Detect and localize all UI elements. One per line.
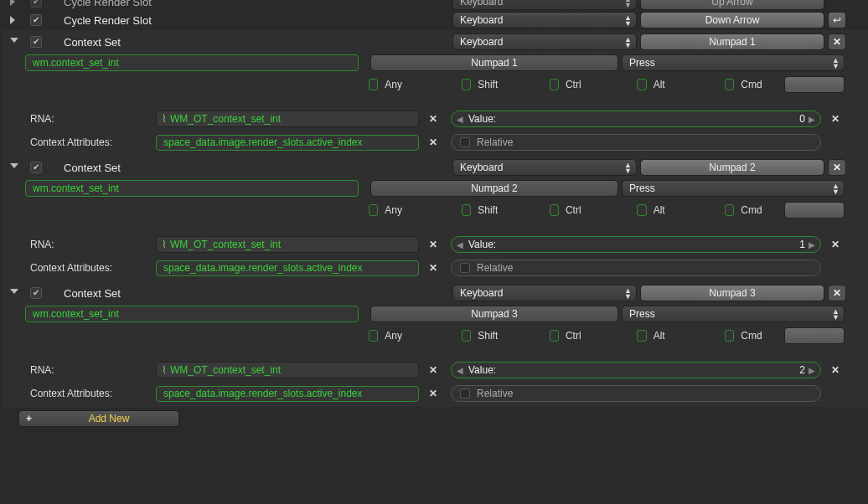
expand-icon[interactable] [10,16,18,24]
value-input[interactable]: ◀ Value: 1 ▶ [451,236,821,253]
script-icon [162,239,170,250]
relative-checkbox[interactable] [460,263,470,273]
rna-label: RNA: [25,364,151,376]
keymap-name: Context Set [64,287,449,300]
shortcut-button[interactable]: Up Arrow [640,0,824,10]
rna-label: RNA: [25,113,151,125]
value-input[interactable]: ◀ Value: 2 ▶ [451,362,821,378]
keymap-name: Context Set [64,36,449,49]
mod-shift-checkbox[interactable] [462,79,471,90]
collapse-icon[interactable] [10,38,18,46]
key-select[interactable]: Numpad 1 [370,54,618,71]
enable-checkbox[interactable] [30,162,42,173]
mod-any-checkbox[interactable] [369,204,378,216]
enable-checkbox[interactable] [30,36,42,48]
mod-ctrl-checkbox[interactable] [550,204,559,216]
shortcut-button[interactable]: Numpad 3 [640,285,824,301]
mod-alt-checkbox[interactable] [637,79,646,90]
clear-rna-button[interactable]: ✕ [424,362,442,378]
script-icon [162,364,170,376]
collapse-icon[interactable] [10,289,18,297]
increment-icon[interactable]: ▶ [809,115,815,124]
mod-cmd-checkbox[interactable] [725,330,734,342]
map-type-select[interactable]: Keyboard▲▼ [452,12,637,28]
value-input[interactable]: ◀ Value: 0 ▶ [451,111,821,127]
mod-alt-checkbox[interactable] [637,204,646,216]
mod-shift-checkbox[interactable] [462,204,471,216]
context-attr-label: Context Attributes: [25,388,151,399]
enable-checkbox[interactable] [30,14,42,26]
decrement-icon[interactable]: ◀ [457,240,463,249]
key-select[interactable]: Numpad 3 [370,306,618,322]
rna-field[interactable]: WM_OT_context_set_int [156,111,419,127]
mod-cmd-checkbox[interactable] [725,79,734,90]
mod-any-checkbox[interactable] [369,79,378,90]
shortcut-button[interactable]: Numpad 2 [640,159,824,176]
operator-input[interactable]: wm.context_set_int [25,180,359,197]
increment-icon[interactable]: ▶ [809,366,815,375]
relative-toggle[interactable]: Relative [451,260,821,276]
map-type-select[interactable]: Keyboard▲▼ [452,285,637,301]
increment-icon[interactable]: ▶ [809,240,815,249]
shortcut-button[interactable]: Down Arrow [640,12,824,28]
relative-toggle[interactable]: Relative [451,134,821,151]
decrement-icon[interactable]: ◀ [457,115,463,124]
keymap-name: Context Set [64,162,449,174]
rna-field[interactable]: WM_OT_context_set_int [156,362,419,378]
context-attr-input[interactable]: space_data.image.render_slots.active_ind… [156,135,419,151]
script-icon [162,113,170,125]
reset-value-button[interactable]: ✕ [826,111,845,127]
reset-value-button[interactable]: ✕ [826,362,845,378]
collapse-icon[interactable] [10,163,18,172]
event-select[interactable]: Press▲▼ [622,306,845,322]
operator-input[interactable]: wm.context_set_int [25,54,359,71]
clear-context-button[interactable]: ✕ [424,134,442,151]
remove-button[interactable]: ✕ [828,159,846,176]
key-select[interactable]: Numpad 2 [370,180,618,197]
remove-button[interactable]: ✕ [828,33,846,50]
clear-rna-button[interactable]: ✕ [424,236,442,253]
keymap-name: Cycle Render Slot [64,0,449,8]
map-type-select[interactable]: Keyboard▲▼ [452,159,637,176]
decrement-icon[interactable]: ◀ [457,366,463,375]
remove-button[interactable]: ✕ [828,285,846,301]
map-type-select[interactable]: Keyboard▲▼ [452,33,637,50]
clear-context-button[interactable]: ✕ [424,260,442,276]
mod-alt-checkbox[interactable] [637,330,646,342]
add-new-button[interactable]: + Add New [18,410,179,427]
relative-checkbox[interactable] [460,388,470,399]
relative-checkbox[interactable] [460,137,470,147]
shortcut-button[interactable]: Numpad 1 [640,33,824,50]
event-select[interactable]: Press▲▼ [622,180,845,197]
operator-input[interactable]: wm.context_set_int [25,306,359,322]
mod-ctrl-checkbox[interactable] [550,330,559,342]
extra-key-slot[interactable] [784,76,845,93]
keymap-name: Cycle Render Slot [64,14,449,27]
enable-checkbox[interactable] [30,287,42,299]
extra-key-slot[interactable] [784,202,845,219]
event-select[interactable]: Press▲▼ [622,54,845,71]
context-attr-label: Context Attributes: [25,262,151,274]
mod-ctrl-checkbox[interactable] [550,79,559,90]
reset-value-button[interactable]: ✕ [826,236,845,253]
add-new-label: Add New [46,413,172,424]
relative-toggle[interactable]: Relative [451,385,821,402]
rna-label: RNA: [25,239,151,250]
restore-button[interactable]: ↩ [828,12,846,28]
map-type-select[interactable]: Keyboard▲▼ [452,0,637,10]
context-attr-input[interactable]: space_data.image.render_slots.active_ind… [156,260,419,276]
rna-field[interactable]: WM_OT_context_set_int [156,236,419,253]
mod-shift-checkbox[interactable] [462,330,471,342]
mod-cmd-checkbox[interactable] [725,204,734,216]
context-attr-label: Context Attributes: [25,136,151,148]
clear-rna-button[interactable]: ✕ [424,111,442,127]
clear-context-button[interactable]: ✕ [424,385,442,402]
mod-any-checkbox[interactable] [369,330,378,342]
context-attr-input[interactable]: space_data.image.render_slots.active_ind… [156,386,419,402]
plus-icon: + [26,413,38,424]
expand-icon[interactable] [10,0,18,6]
extra-key-slot[interactable] [784,327,845,344]
enable-checkbox[interactable] [30,0,42,8]
